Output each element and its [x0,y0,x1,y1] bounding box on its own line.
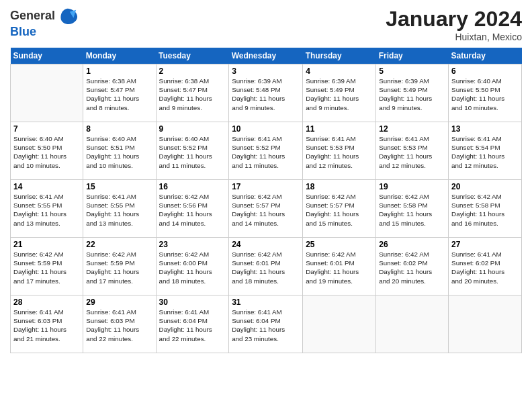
logo: General Blue [10,7,77,39]
day-number: 23 [159,240,226,249]
day-info: Sunrise: 6:41 AMSunset: 6:04 PMDaylight:… [232,308,300,343]
day-info: Sunrise: 6:41 AMSunset: 5:55 PMDaylight:… [13,192,80,228]
calendar-week-row: 28Sunrise: 6:41 AMSunset: 6:03 PMDayligh… [11,295,522,353]
calendar-cell: 15Sunrise: 6:41 AMSunset: 5:55 PMDayligh… [83,180,156,238]
day-number: 30 [159,298,226,307]
day-info: Sunrise: 6:39 AMSunset: 5:49 PMDaylight:… [306,77,373,112]
calendar-week-row: 21Sunrise: 6:42 AMSunset: 5:59 PMDayligh… [11,238,522,295]
day-info: Sunrise: 6:40 AMSunset: 5:51 PMDaylight:… [86,134,152,170]
day-info: Sunrise: 6:42 AMSunset: 5:59 PMDaylight:… [86,250,152,285]
day-info: Sunrise: 6:40 AMSunset: 5:50 PMDaylight:… [13,134,80,170]
day-number: 3 [232,66,300,76]
day-info: Sunrise: 6:40 AMSunset: 5:50 PMDaylight:… [451,77,519,112]
day-info: Sunrise: 6:42 AMSunset: 5:56 PMDaylight:… [159,192,226,228]
day-number: 16 [159,182,226,191]
calendar-cell: 9Sunrise: 6:40 AMSunset: 5:52 PMDaylight… [156,122,229,180]
calendar-cell: 21Sunrise: 6:42 AMSunset: 5:59 PMDayligh… [11,238,83,295]
col-wednesday: Wednesday [229,48,303,64]
page: General Blue January 2024 Huixtan, Mexic… [0,0,532,411]
header: General Blue January 2024 Huixtan, Mexic… [10,7,522,42]
day-number: 10 [232,124,300,134]
calendar-cell: 19Sunrise: 6:42 AMSunset: 5:58 PMDayligh… [376,180,449,238]
day-number: 26 [379,240,445,249]
calendar-cell: 16Sunrise: 6:42 AMSunset: 5:56 PMDayligh… [156,180,229,238]
day-info: Sunrise: 6:42 AMSunset: 5:57 PMDaylight:… [232,192,300,228]
calendar-cell: 26Sunrise: 6:42 AMSunset: 6:02 PMDayligh… [376,238,449,295]
logo-icon [58,7,77,26]
col-sunday: Sunday [11,48,83,64]
day-number: 5 [379,66,445,76]
day-number: 11 [306,124,373,134]
calendar-cell: 24Sunrise: 6:42 AMSunset: 6:01 PMDayligh… [229,238,303,295]
day-info: Sunrise: 6:42 AMSunset: 5:57 PMDaylight:… [306,192,373,228]
calendar-cell: 27Sunrise: 6:41 AMSunset: 6:02 PMDayligh… [449,238,522,295]
calendar-cell: 3Sunrise: 6:39 AMSunset: 5:48 PMDaylight… [229,64,303,122]
day-number: 12 [379,124,445,134]
day-number: 6 [451,66,519,76]
col-saturday: Saturday [449,48,522,64]
calendar-cell: 13Sunrise: 6:41 AMSunset: 5:54 PMDayligh… [449,122,522,180]
calendar-cell: 7Sunrise: 6:40 AMSunset: 5:50 PMDaylight… [11,122,83,180]
location: Huixtan, Mexico [386,32,522,42]
day-info: Sunrise: 6:41 AMSunset: 6:02 PMDaylight:… [451,250,519,285]
day-number: 24 [232,240,300,249]
title-block: January 2024 Huixtan, Mexico [386,7,522,42]
calendar-cell: 22Sunrise: 6:42 AMSunset: 5:59 PMDayligh… [83,238,156,295]
day-info: Sunrise: 6:38 AMSunset: 5:47 PMDaylight:… [159,77,226,112]
day-info: Sunrise: 6:42 AMSunset: 6:01 PMDaylight:… [306,250,373,285]
day-number: 27 [451,240,519,249]
day-info: Sunrise: 6:42 AMSunset: 5:58 PMDaylight:… [379,192,445,228]
calendar-cell: 17Sunrise: 6:42 AMSunset: 5:57 PMDayligh… [229,180,303,238]
day-number: 21 [13,240,80,249]
calendar-cell: 6Sunrise: 6:40 AMSunset: 5:50 PMDaylight… [449,64,522,122]
day-number: 29 [86,298,152,307]
calendar-cell: 5Sunrise: 6:39 AMSunset: 5:49 PMDaylight… [376,64,449,122]
calendar-cell: 10Sunrise: 6:41 AMSunset: 5:52 PMDayligh… [229,122,303,180]
calendar-cell: 20Sunrise: 6:42 AMSunset: 5:58 PMDayligh… [449,180,522,238]
calendar-cell: 8Sunrise: 6:40 AMSunset: 5:51 PMDaylight… [83,122,156,180]
day-info: Sunrise: 6:42 AMSunset: 5:58 PMDaylight:… [451,192,519,228]
day-info: Sunrise: 6:41 AMSunset: 5:52 PMDaylight:… [232,134,300,170]
calendar-header-row: Sunday Monday Tuesday Wednesday Thursday… [11,48,522,64]
col-monday: Monday [83,48,156,64]
day-number: 1 [86,66,152,76]
day-info: Sunrise: 6:41 AMSunset: 5:53 PMDaylight:… [306,134,373,170]
day-number: 7 [13,124,80,134]
col-friday: Friday [376,48,449,64]
calendar-week-row: 7Sunrise: 6:40 AMSunset: 5:50 PMDaylight… [11,122,522,180]
month-title: January 2024 [386,7,522,32]
day-info: Sunrise: 6:41 AMSunset: 6:03 PMDaylight:… [13,308,80,343]
calendar-cell: 4Sunrise: 6:39 AMSunset: 5:49 PMDaylight… [303,64,376,122]
day-info: Sunrise: 6:41 AMSunset: 6:03 PMDaylight:… [86,308,152,343]
day-info: Sunrise: 6:39 AMSunset: 5:49 PMDaylight:… [379,77,445,112]
calendar-cell [449,295,522,353]
calendar-cell [11,64,83,122]
day-number: 31 [232,298,300,307]
day-info: Sunrise: 6:38 AMSunset: 5:47 PMDaylight:… [86,77,152,112]
calendar-cell: 1Sunrise: 6:38 AMSunset: 5:47 PMDaylight… [83,64,156,122]
col-tuesday: Tuesday [156,48,229,64]
day-number: 15 [86,182,152,191]
calendar-cell: 18Sunrise: 6:42 AMSunset: 5:57 PMDayligh… [303,180,376,238]
calendar-cell: 11Sunrise: 6:41 AMSunset: 5:53 PMDayligh… [303,122,376,180]
day-info: Sunrise: 6:42 AMSunset: 6:02 PMDaylight:… [379,250,445,285]
day-number: 2 [159,66,226,76]
day-number: 4 [306,66,373,76]
day-number: 13 [451,124,519,134]
day-number: 28 [13,298,80,307]
calendar-cell [303,295,376,353]
day-number: 18 [306,182,373,191]
calendar-cell: 31Sunrise: 6:41 AMSunset: 6:04 PMDayligh… [229,295,303,353]
calendar-cell: 30Sunrise: 6:41 AMSunset: 6:04 PMDayligh… [156,295,229,353]
logo-general: General [10,9,55,23]
calendar-cell: 28Sunrise: 6:41 AMSunset: 6:03 PMDayligh… [11,295,83,353]
day-info: Sunrise: 6:40 AMSunset: 5:52 PMDaylight:… [159,134,226,170]
col-thursday: Thursday [303,48,376,64]
day-number: 8 [86,124,152,134]
day-info: Sunrise: 6:42 AMSunset: 6:00 PMDaylight:… [159,250,226,285]
day-number: 19 [379,182,445,191]
day-number: 25 [306,240,373,249]
calendar-week-row: 14Sunrise: 6:41 AMSunset: 5:55 PMDayligh… [11,180,522,238]
day-info: Sunrise: 6:42 AMSunset: 5:59 PMDaylight:… [13,250,80,285]
day-number: 9 [159,124,226,134]
